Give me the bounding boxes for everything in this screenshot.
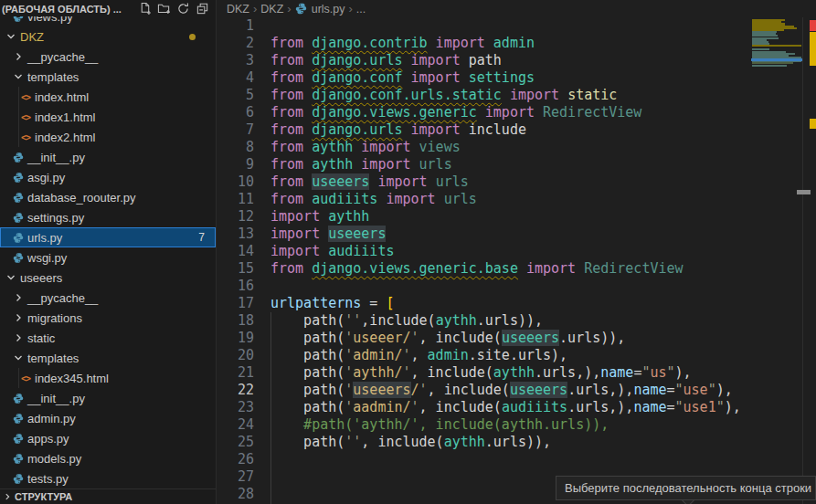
tree-item-index345-html[interactable]: <>index345.html bbox=[0, 368, 216, 388]
tree-item-pycache[interactable]: __pycache__ bbox=[0, 288, 216, 308]
line-number[interactable]: 3 bbox=[217, 52, 254, 69]
tree-item-tests-py[interactable]: tests.py bbox=[0, 468, 216, 488]
tree-item-label: templates bbox=[27, 352, 79, 365]
line-number[interactable]: 11 bbox=[217, 191, 254, 208]
new-folder-button[interactable] bbox=[156, 2, 172, 16]
code-line[interactable]: from django.views.generic.base import Re… bbox=[270, 260, 741, 278]
breadcrumb-item[interactable]: urls.py bbox=[312, 3, 345, 16]
breadcrumb-item[interactable]: DKZ bbox=[227, 3, 249, 16]
tree-item-asgi-py[interactable]: asgi.py bbox=[0, 167, 216, 187]
line-number[interactable]: 16 bbox=[217, 278, 254, 295]
tree-item-init-py[interactable]: __init__.py bbox=[0, 388, 216, 408]
code-line[interactable]: from useeers import urls bbox=[270, 173, 741, 191]
tree-item-pycache[interactable]: __pycache__ bbox=[0, 47, 216, 67]
tree-item-migrations[interactable]: migrations bbox=[0, 308, 216, 328]
line-number[interactable]: 17 bbox=[217, 295, 254, 312]
tree-item-index1-html[interactable]: <>index1.html bbox=[0, 107, 216, 127]
code-line[interactable]: from django.contrib import admin bbox=[270, 35, 741, 52]
line-number[interactable]: 2 bbox=[217, 35, 254, 52]
line-number[interactable]: 22 bbox=[217, 382, 254, 399]
code-line[interactable]: from django.conf.urls.static import stat… bbox=[270, 87, 741, 104]
tree-item-label: settings.py bbox=[27, 211, 84, 225]
chevron-right-icon bbox=[13, 311, 24, 324]
code-line[interactable]: from aythh import urls bbox=[270, 156, 741, 173]
tree-item-label: index2.html bbox=[35, 131, 95, 144]
code-line[interactable]: path('useeers/', include(useeers.urls,),… bbox=[270, 382, 741, 399]
tree-item-apps-py[interactable]: apps.py bbox=[0, 428, 216, 448]
tree-item-settings-py[interactable]: settings.py bbox=[0, 207, 216, 227]
line-number[interactable]: 21 bbox=[217, 364, 254, 382]
code-line[interactable]: from audiiits import urls bbox=[270, 191, 741, 208]
line-number[interactable]: 8 bbox=[217, 139, 254, 156]
tree-item-useeers[interactable]: useeers bbox=[0, 268, 216, 288]
line-number[interactable]: 14 bbox=[217, 243, 254, 260]
code-line[interactable]: from django.conf import settings bbox=[270, 69, 741, 87]
python-icon bbox=[13, 151, 24, 163]
tree-item-urls-py[interactable]: urls.py7 bbox=[0, 227, 216, 247]
line-number[interactable]: 5 bbox=[217, 87, 254, 104]
line-number[interactable]: 27 bbox=[217, 468, 254, 486]
code-line[interactable] bbox=[270, 17, 741, 35]
tree-item-templates[interactable]: templates bbox=[0, 67, 216, 87]
breadcrumb-item[interactable]: DKZ bbox=[260, 3, 283, 16]
tree-item-label: admin.py bbox=[27, 412, 76, 425]
line-number[interactable]: 26 bbox=[217, 451, 254, 468]
code-line[interactable] bbox=[270, 278, 741, 295]
refresh-button[interactable] bbox=[175, 2, 191, 16]
line-number[interactable]: 23 bbox=[217, 399, 254, 416]
code-content: from django.contrib import adminfrom dja… bbox=[270, 17, 741, 503]
tree-item-init-py[interactable]: __init__.py bbox=[0, 147, 216, 167]
code-line[interactable] bbox=[270, 451, 741, 468]
tree-item-index-html[interactable]: <>index.html bbox=[0, 87, 216, 107]
minimap[interactable] bbox=[751, 17, 802, 504]
chevron-down-icon bbox=[13, 352, 24, 364]
line-number[interactable]: 25 bbox=[217, 434, 254, 451]
code-line[interactable]: from django.urls import path bbox=[270, 52, 741, 69]
ruler-cursor-mark bbox=[797, 190, 811, 194]
explorer-section-header[interactable]: (РАБОЧАЯ ОБЛАСТЬ) ... bbox=[0, 0, 216, 16]
tree-item-models-py[interactable]: models.py bbox=[0, 448, 216, 468]
line-number[interactable]: 24 bbox=[217, 416, 254, 434]
problems-badge: 7 bbox=[198, 231, 205, 244]
line-number[interactable]: 6 bbox=[217, 104, 254, 121]
collapse-all-button[interactable] bbox=[195, 2, 210, 16]
line-number[interactable]: 20 bbox=[217, 347, 254, 364]
line-number[interactable]: 10 bbox=[217, 173, 254, 191]
code-line[interactable]: path('', include(aythh.urls)), bbox=[270, 434, 741, 451]
tree-item-static[interactable]: static bbox=[0, 328, 216, 348]
outline-section-header[interactable]: СТРУКТУРА bbox=[0, 488, 216, 504]
code-line[interactable]: urlpatterns = [ bbox=[270, 295, 741, 312]
line-number[interactable]: 12 bbox=[217, 208, 254, 226]
overview-ruler[interactable] bbox=[802, 17, 816, 504]
code-line[interactable]: path('useeer/', include(useeers.urls)), bbox=[270, 330, 741, 347]
tree-item-admin-py[interactable]: admin.py bbox=[0, 408, 216, 428]
python-icon bbox=[295, 3, 307, 15]
line-number[interactable]: 28 bbox=[217, 486, 254, 503]
tree-item-wsgi-py[interactable]: wsgi.py bbox=[0, 247, 216, 268]
line-number[interactable]: 13 bbox=[217, 226, 254, 243]
tree-item-index2-html[interactable]: <>index2.html bbox=[0, 127, 216, 147]
tree-item-dkz[interactable]: DKZ bbox=[0, 26, 216, 47]
tree-item-database-roouter-py[interactable]: database_roouter.py bbox=[0, 187, 216, 207]
breadcrumb-item[interactable]: ... bbox=[356, 3, 366, 16]
line-number[interactable]: 9 bbox=[217, 156, 254, 173]
code-line[interactable]: #path('aythh/', include(aythh.urls)), bbox=[270, 416, 741, 434]
line-number[interactable]: 7 bbox=[217, 121, 254, 139]
code-line[interactable]: from aythh import views bbox=[270, 139, 741, 156]
line-number[interactable]: 18 bbox=[217, 312, 254, 330]
line-number[interactable]: 15 bbox=[217, 260, 254, 278]
code-line[interactable]: import useeers bbox=[270, 226, 741, 243]
code-line[interactable]: from django.urls import include bbox=[270, 121, 741, 139]
code-line[interactable]: path('',include(aythh.urls)), bbox=[270, 312, 741, 330]
code-line[interactable]: path('aythh/', include(aythh.urls,),name… bbox=[270, 364, 741, 382]
line-number[interactable]: 4 bbox=[217, 69, 254, 87]
code-line[interactable]: path('aadmin/', include(audiiits.urls,),… bbox=[270, 399, 741, 416]
tree-item-templates[interactable]: templates bbox=[0, 348, 216, 368]
code-line[interactable]: from django.views.generic import Redirec… bbox=[270, 104, 741, 121]
code-line[interactable]: import audiiits bbox=[270, 243, 741, 260]
code-line[interactable]: import aythh bbox=[270, 208, 741, 226]
line-number[interactable]: 19 bbox=[217, 330, 254, 347]
new-file-button[interactable] bbox=[137, 2, 153, 16]
line-number[interactable]: 1 bbox=[217, 17, 254, 35]
code-line[interactable]: path('admin/', admin.site.urls), bbox=[270, 347, 741, 364]
